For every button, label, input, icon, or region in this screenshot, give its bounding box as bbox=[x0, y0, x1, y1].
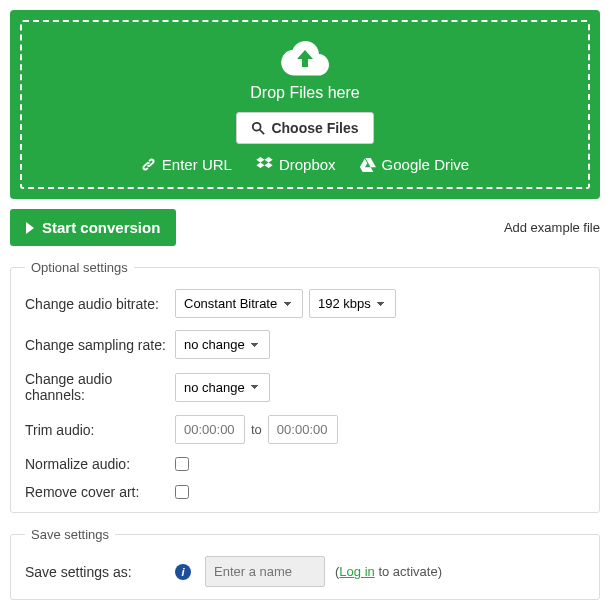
choose-files-label: Choose Files bbox=[271, 120, 358, 136]
dropzone-inner: Drop Files here Choose Files Enter URL D… bbox=[20, 20, 590, 189]
trim-to-input[interactable] bbox=[268, 415, 338, 444]
sampling-row: Change sampling rate: no change bbox=[25, 330, 585, 359]
normalize-row: Normalize audio: bbox=[25, 456, 585, 472]
login-link[interactable]: Log in bbox=[339, 564, 374, 579]
save-as-label: Save settings as: bbox=[25, 564, 175, 580]
dropbox-icon bbox=[256, 157, 273, 172]
start-conversion-label: Start conversion bbox=[42, 219, 160, 236]
sampling-select[interactable]: no change bbox=[175, 330, 270, 359]
cover-checkbox[interactable] bbox=[175, 485, 189, 499]
chevron-right-icon bbox=[26, 222, 34, 234]
gdrive-link[interactable]: Google Drive bbox=[360, 156, 470, 173]
trim-row: Trim audio: to bbox=[25, 415, 585, 444]
trim-from-input[interactable] bbox=[175, 415, 245, 444]
gdrive-label: Google Drive bbox=[382, 156, 470, 173]
drop-text: Drop Files here bbox=[32, 84, 578, 102]
bitrate-value-select[interactable]: 192 kbps bbox=[309, 289, 396, 318]
google-drive-icon bbox=[360, 158, 376, 172]
dropbox-link[interactable]: Dropbox bbox=[256, 156, 336, 173]
link-icon bbox=[141, 157, 156, 172]
optional-settings-legend: Optional settings bbox=[25, 260, 134, 275]
bitrate-label: Change audio bitrate: bbox=[25, 296, 175, 312]
svg-line-1 bbox=[260, 130, 264, 134]
bitrate-row: Change audio bitrate: Constant Bitrate 1… bbox=[25, 289, 585, 318]
sampling-label: Change sampling rate: bbox=[25, 337, 175, 353]
cover-label: Remove cover art: bbox=[25, 484, 175, 500]
save-settings-legend: Save settings bbox=[25, 527, 115, 542]
svg-point-0 bbox=[253, 123, 261, 131]
bitrate-mode-select[interactable]: Constant Bitrate bbox=[175, 289, 303, 318]
cloud-upload-icon bbox=[281, 40, 329, 76]
source-row: Enter URL Dropbox Google Drive bbox=[32, 156, 578, 173]
channels-row: Change audio channels: no change bbox=[25, 371, 585, 403]
save-name-input[interactable] bbox=[205, 556, 325, 587]
top-action-row: Start conversion Add example file bbox=[10, 209, 600, 246]
cover-row: Remove cover art: bbox=[25, 484, 585, 500]
dropbox-label: Dropbox bbox=[279, 156, 336, 173]
login-hint: (Log in to activate) bbox=[335, 564, 442, 579]
normalize-label: Normalize audio: bbox=[25, 456, 175, 472]
trim-label: Trim audio: bbox=[25, 422, 175, 438]
channels-label: Change audio channels: bbox=[25, 371, 175, 403]
choose-files-button[interactable]: Choose Files bbox=[236, 112, 373, 144]
search-icon bbox=[251, 121, 265, 135]
file-dropzone[interactable]: Drop Files here Choose Files Enter URL D… bbox=[10, 10, 600, 199]
normalize-checkbox[interactable] bbox=[175, 457, 189, 471]
save-row: Save settings as: i (Log in to activate) bbox=[25, 556, 585, 587]
channels-select[interactable]: no change bbox=[175, 373, 270, 402]
add-example-link[interactable]: Add example file bbox=[504, 220, 600, 235]
save-settings-fieldset: Save settings Save settings as: i (Log i… bbox=[10, 527, 600, 600]
enter-url-link[interactable]: Enter URL bbox=[141, 156, 232, 173]
trim-to-label: to bbox=[251, 422, 262, 437]
info-icon[interactable]: i bbox=[175, 564, 191, 580]
optional-settings-fieldset: Optional settings Change audio bitrate: … bbox=[10, 260, 600, 513]
enter-url-label: Enter URL bbox=[162, 156, 232, 173]
start-conversion-button[interactable]: Start conversion bbox=[10, 209, 176, 246]
